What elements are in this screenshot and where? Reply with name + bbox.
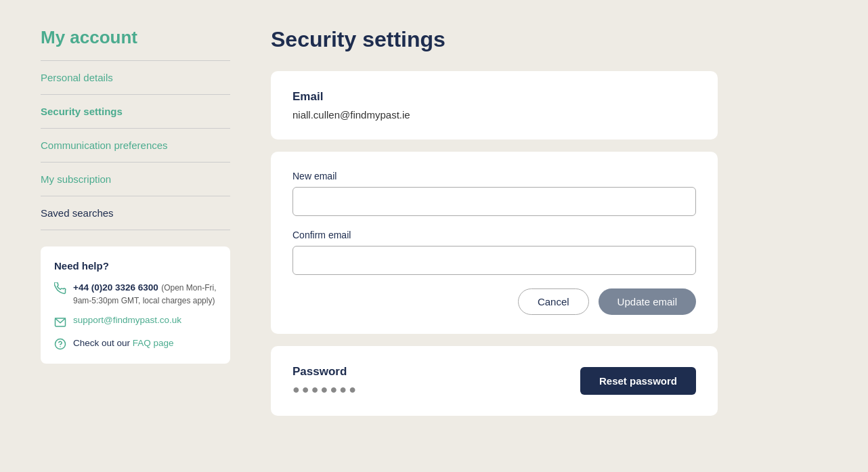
- confirm-email-group: Confirm email: [292, 230, 696, 275]
- help-box: Need help? +44 (0)20 3326 6300 (Open Mon…: [41, 246, 230, 364]
- sidebar-item-my-subscription[interactable]: My subscription: [41, 163, 230, 196]
- help-title: Need help?: [54, 260, 217, 272]
- email-display-card: Email niall.cullen@findmypast.ie: [271, 71, 718, 140]
- password-row: Password ●●●●●●● Reset password: [292, 365, 696, 397]
- question-icon: [54, 338, 66, 350]
- sidebar: My account Personal details Security set…: [41, 27, 230, 445]
- main-content: Security settings Email niall.cullen@fin…: [271, 27, 718, 445]
- confirm-email-input[interactable]: [292, 246, 696, 275]
- help-phone-item: +44 (0)20 3326 6300 (Open Mon-Fri, 9am-5…: [54, 281, 217, 307]
- new-email-group: New email: [292, 171, 696, 216]
- help-faq-item: Check out our FAQ page: [54, 337, 217, 350]
- password-label: Password: [292, 365, 358, 379]
- help-phone-number: +44 (0)20 3326 6300: [73, 282, 158, 293]
- password-mask: ●●●●●●●: [292, 383, 358, 397]
- reset-password-button[interactable]: Reset password: [580, 367, 696, 395]
- help-email-link[interactable]: support@findmypast.co.uk: [73, 315, 181, 325]
- sidebar-nav: Personal details Security settings Commu…: [41, 60, 230, 230]
- new-email-label: New email: [292, 171, 696, 181]
- email-icon: [54, 316, 66, 328]
- sidebar-item-security-settings[interactable]: Security settings: [41, 95, 230, 129]
- update-email-button[interactable]: Update email: [599, 288, 696, 315]
- phone-icon: [54, 282, 66, 295]
- page-title: Security settings: [271, 27, 718, 52]
- sidebar-item-personal-details[interactable]: Personal details: [41, 61, 230, 95]
- password-card: Password ●●●●●●● Reset password: [271, 346, 718, 416]
- sidebar-item-communication-preferences[interactable]: Communication preferences: [41, 129, 230, 163]
- cancel-button[interactable]: Cancel: [518, 288, 589, 315]
- email-button-row: Cancel Update email: [292, 288, 696, 315]
- update-email-card: New email Confirm email Cancel Update em…: [271, 152, 718, 334]
- help-email-item: support@findmypast.co.uk: [54, 315, 217, 328]
- sidebar-title: My account: [41, 27, 230, 48]
- sidebar-item-saved-searches[interactable]: Saved searches: [41, 196, 230, 230]
- help-phone-text: +44 (0)20 3326 6300 (Open Mon-Fri, 9am-5…: [73, 281, 217, 307]
- email-value: niall.cullen@findmypast.ie: [292, 109, 696, 121]
- help-faq-text: Check out our FAQ page: [73, 338, 174, 348]
- confirm-email-label: Confirm email: [292, 230, 696, 240]
- faq-page-link[interactable]: FAQ page: [133, 338, 174, 348]
- new-email-input[interactable]: [292, 187, 696, 216]
- email-label: Email: [292, 90, 696, 104]
- password-info: Password ●●●●●●●: [292, 365, 358, 397]
